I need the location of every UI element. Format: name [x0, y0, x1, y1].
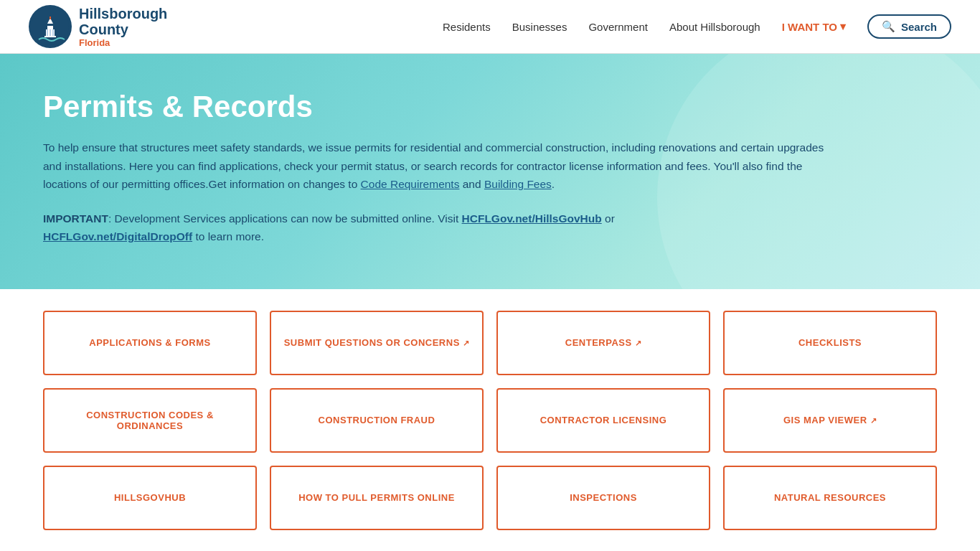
grid-card-1[interactable]: SUBMIT QUESTIONS OR CONCERNS↗ — [270, 311, 484, 375]
grid-card-label-5: CONSTRUCTION FRAUD — [319, 415, 435, 425]
grid-section: APPLICATIONS & FORMSSUBMIT QUESTIONS OR … — [0, 289, 980, 551]
grid-card-label-11: NATURAL RESOURCES — [774, 492, 886, 503]
logo-icon — [29, 5, 72, 48]
grid-card-label-8: HILLSGOVHUB — [114, 492, 186, 503]
header: Hillsborough County Florida Residents Bu… — [0, 0, 980, 54]
svg-rect-4 — [50, 17, 51, 19]
chevron-down-icon: ▾ — [840, 20, 846, 33]
code-requirements-link[interactable]: Code Requirements — [361, 178, 460, 190]
grid-card-label-3: CHECKLISTS — [798, 337, 862, 348]
grid-card-label-1: SUBMIT QUESTIONS OR CONCERNS↗ — [284, 337, 470, 348]
external-link-icon: ↗ — [870, 416, 877, 425]
nav-residents[interactable]: Residents — [443, 21, 491, 33]
grid-card-7[interactable]: GIS MAP VIEWER↗ — [723, 388, 937, 453]
grid-card-3[interactable]: CHECKLISTS — [723, 311, 937, 375]
svg-rect-7 — [52, 29, 54, 36]
grid-card-label-0: APPLICATIONS & FORMS — [89, 337, 210, 348]
grid-card-10[interactable]: INSPECTIONS — [496, 466, 710, 530]
hillsgovhub-link[interactable]: HCFLGov.net/HillsGovHub — [462, 212, 602, 225]
logo-area[interactable]: Hillsborough County Florida — [29, 5, 167, 48]
building-fees-link[interactable]: Building Fees — [484, 178, 552, 190]
grid-card-8[interactable]: HILLSGOVHUB — [43, 466, 257, 530]
nav-about[interactable]: About Hillsborough — [669, 21, 760, 33]
county-name: Hillsborough — [79, 6, 167, 22]
nav-government[interactable]: Government — [588, 21, 648, 33]
grid-card-5[interactable]: CONSTRUCTION FRAUD — [270, 388, 484, 453]
grid-card-4[interactable]: CONSTRUCTION CODES & ORDINANCES — [43, 388, 257, 453]
grid-card-label-9: HOW TO PULL PERMITS ONLINE — [298, 492, 455, 503]
digital-dropoff-link[interactable]: HCFLGov.net/DigitalDropOff — [43, 230, 192, 242]
grid-card-6[interactable]: CONTRACTOR LICENSING — [496, 388, 710, 453]
nav-i-want-to[interactable]: I WANT TO ▾ — [782, 20, 846, 33]
search-icon: 🔍 — [882, 20, 895, 33]
grid-card-label-7: GIS MAP VIEWER↗ — [783, 415, 877, 425]
hero-description: To help ensure that structures meet safe… — [43, 138, 832, 194]
state-name: Florida — [79, 37, 167, 48]
main-nav: Residents Businesses Government About Hi… — [443, 14, 951, 39]
svg-rect-8 — [44, 36, 56, 37]
svg-rect-6 — [50, 29, 51, 36]
grid-card-2[interactable]: CENTERPASS↗ — [496, 311, 710, 375]
nav-businesses[interactable]: Businesses — [512, 21, 567, 33]
grid-card-label-2: CENTERPASS↗ — [565, 337, 641, 348]
svg-rect-5 — [47, 29, 48, 36]
grid-card-9[interactable]: HOW TO PULL PERMITS ONLINE — [270, 466, 484, 530]
county-name2: County — [79, 22, 167, 37]
search-button[interactable]: 🔍 Search — [867, 14, 951, 39]
grid-card-0[interactable]: APPLICATIONS & FORMS — [43, 311, 257, 375]
grid-card-label-10: INSPECTIONS — [570, 492, 637, 503]
cards-grid: APPLICATIONS & FORMSSUBMIT QUESTIONS OR … — [43, 311, 937, 530]
external-link-icon: ↗ — [463, 339, 470, 348]
hero-section: Permits & Records To help ensure that st… — [0, 54, 980, 289]
grid-card-label-4: CONSTRUCTION CODES & ORDINANCES — [56, 410, 244, 431]
grid-card-11[interactable]: NATURAL RESOURCES — [723, 466, 937, 530]
grid-card-label-6: CONTRACTOR LICENSING — [540, 415, 667, 425]
logo-text: Hillsborough County Florida — [79, 6, 167, 48]
page-title: Permits & Records — [43, 90, 937, 124]
hero-important: IMPORTANT: Development Services applicat… — [43, 209, 937, 246]
external-link-icon: ↗ — [635, 339, 642, 348]
